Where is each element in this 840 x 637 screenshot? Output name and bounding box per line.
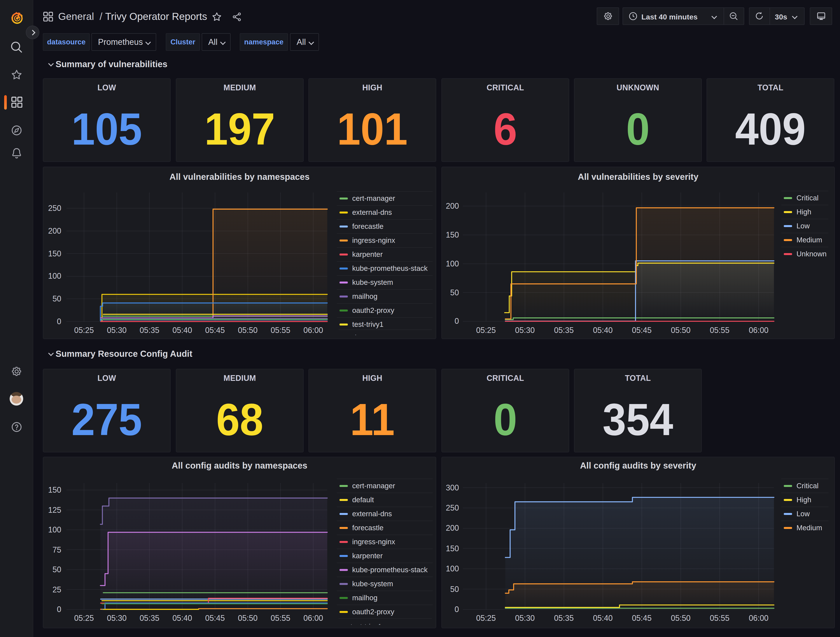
svg-text:05:50: 05:50 xyxy=(671,326,691,335)
svg-text:150: 150 xyxy=(446,230,459,239)
svg-text:05:40: 05:40 xyxy=(172,613,192,623)
svg-text:0: 0 xyxy=(455,605,459,614)
svg-text:06:00: 06:00 xyxy=(749,613,769,623)
svg-text:05:50: 05:50 xyxy=(238,326,258,335)
svg-text:05:35: 05:35 xyxy=(554,613,574,623)
svg-text:05:40: 05:40 xyxy=(593,326,613,335)
svg-text:05:55: 05:55 xyxy=(271,326,290,335)
svg-text:200: 200 xyxy=(446,523,459,533)
svg-text:150: 150 xyxy=(48,249,61,258)
svg-text:05:35: 05:35 xyxy=(140,326,159,335)
svg-text:250: 250 xyxy=(48,204,61,213)
svg-text:05:50: 05:50 xyxy=(671,613,691,623)
svg-text:0: 0 xyxy=(57,605,61,614)
svg-text:05:55: 05:55 xyxy=(271,613,290,623)
svg-text:05:45: 05:45 xyxy=(632,326,652,335)
svg-text:05:35: 05:35 xyxy=(140,613,159,623)
svg-text:100: 100 xyxy=(446,259,459,268)
svg-text:05:25: 05:25 xyxy=(476,326,496,335)
svg-text:06:00: 06:00 xyxy=(303,613,323,623)
svg-text:05:35: 05:35 xyxy=(554,326,574,335)
svg-text:05:30: 05:30 xyxy=(107,326,127,335)
svg-text:05:30: 05:30 xyxy=(515,613,535,623)
svg-text:05:25: 05:25 xyxy=(74,326,94,335)
svg-text:05:55: 05:55 xyxy=(710,613,729,623)
svg-text:50: 50 xyxy=(450,288,459,297)
svg-text:200: 200 xyxy=(446,201,459,210)
svg-text:100: 100 xyxy=(48,272,61,280)
svg-text:05:40: 05:40 xyxy=(172,326,192,335)
svg-text:05:45: 05:45 xyxy=(205,613,225,623)
svg-text:25: 25 xyxy=(52,585,61,594)
svg-text:05:25: 05:25 xyxy=(476,613,496,623)
svg-text:0: 0 xyxy=(57,317,61,326)
svg-text:05:50: 05:50 xyxy=(238,613,258,623)
svg-text:50: 50 xyxy=(52,565,61,574)
svg-text:250: 250 xyxy=(446,503,459,512)
svg-text:05:45: 05:45 xyxy=(205,326,225,335)
svg-text:125: 125 xyxy=(48,506,61,514)
svg-text:150: 150 xyxy=(446,544,459,553)
svg-text:05:55: 05:55 xyxy=(710,326,729,335)
svg-text:05:30: 05:30 xyxy=(515,326,535,335)
svg-text:0: 0 xyxy=(455,316,459,326)
svg-text:100: 100 xyxy=(446,564,459,573)
svg-text:05:45: 05:45 xyxy=(632,613,652,623)
svg-text:05:40: 05:40 xyxy=(593,613,613,623)
svg-text:75: 75 xyxy=(52,545,61,554)
svg-text:05:25: 05:25 xyxy=(74,613,94,623)
svg-text:50: 50 xyxy=(52,294,61,303)
svg-text:100: 100 xyxy=(48,525,61,534)
svg-text:150: 150 xyxy=(48,485,61,495)
svg-text:06:00: 06:00 xyxy=(749,326,769,335)
svg-text:06:00: 06:00 xyxy=(303,326,323,335)
svg-text:05:30: 05:30 xyxy=(107,613,127,623)
svg-text:300: 300 xyxy=(446,483,459,492)
svg-text:200: 200 xyxy=(48,226,61,236)
svg-text:50: 50 xyxy=(450,585,459,594)
